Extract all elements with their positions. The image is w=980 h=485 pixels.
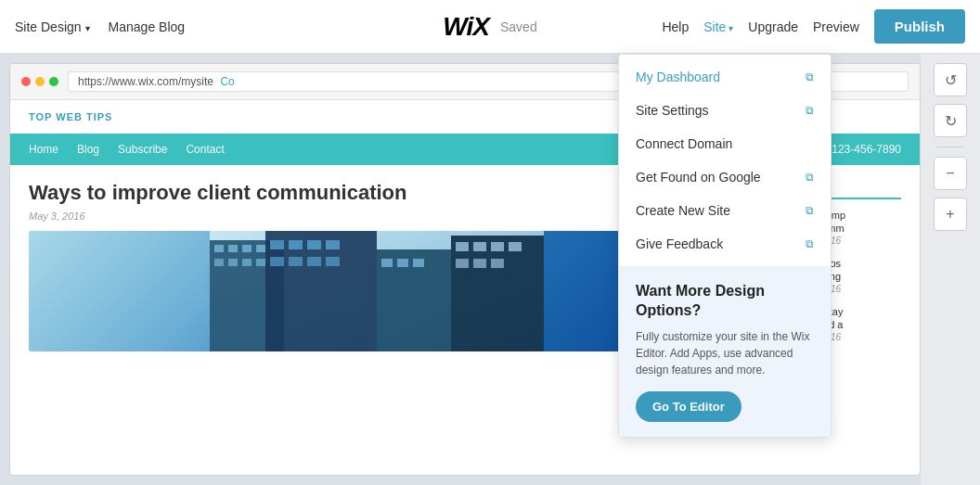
publish-button[interactable]: Publish — [874, 9, 965, 44]
right-panel: ↺ ↻ − + — [921, 54, 980, 485]
nav-center: WiX Saved — [443, 12, 536, 42]
svg-rect-30 — [491, 259, 504, 268]
nav-home[interactable]: Home — [29, 143, 58, 156]
nav-right: Help Site Upgrade Preview Publish — [662, 9, 965, 44]
dot-green — [49, 77, 58, 86]
svg-rect-3 — [228, 245, 238, 252]
menu-item-give-feedback[interactable]: Give Feedback ⧉ — [619, 227, 831, 261]
svg-rect-20 — [381, 259, 393, 267]
svg-rect-26 — [491, 242, 504, 251]
undo-button[interactable]: ↺ — [934, 63, 967, 96]
panel-divider — [936, 147, 964, 147]
promo-description: Fully customize your site in the Wix Edi… — [636, 328, 814, 378]
manage-blog-link[interactable]: Manage Blog — [109, 19, 186, 34]
site-design-chevron-icon — [85, 19, 90, 34]
menu-item-connect-domain[interactable]: Connect Domain — [619, 127, 831, 160]
preview-button[interactable]: Preview — [813, 19, 859, 34]
svg-rect-18 — [326, 257, 340, 266]
svg-rect-29 — [473, 259, 486, 268]
nav-subscribe[interactable]: Subscribe — [118, 143, 167, 156]
site-design-menu[interactable]: Site Design — [15, 19, 90, 34]
svg-rect-15 — [270, 257, 284, 266]
site-design-label: Site Design — [15, 19, 82, 34]
menu-item-dashboard[interactable]: My Dashboard ⧉ — [619, 60, 831, 94]
svg-rect-23 — [451, 236, 544, 351]
svg-rect-16 — [289, 257, 303, 266]
dot-red — [21, 77, 31, 86]
main-area: https://www.wix.com/mysite Co TOP WEB TI… — [0, 54, 980, 485]
svg-rect-28 — [456, 259, 469, 268]
svg-rect-6 — [214, 259, 224, 266]
zoom-out-button[interactable]: − — [934, 157, 967, 190]
site-nav-links: Home Blog Subscribe Contact — [29, 143, 225, 156]
svg-rect-21 — [397, 259, 408, 267]
wix-logo: WiX — [443, 12, 489, 42]
svg-rect-25 — [473, 242, 486, 251]
external-link-icon: ⧉ — [806, 70, 814, 83]
nav-contact[interactable]: Contact — [186, 143, 224, 156]
svg-rect-4 — [242, 245, 251, 252]
top-nav: Site Design Manage Blog WiX Saved Help S… — [0, 0, 980, 54]
nav-blog[interactable]: Blog — [77, 143, 99, 156]
svg-rect-8 — [242, 259, 251, 266]
menu-item-create-new-site[interactable]: Create New Site ⧉ — [619, 194, 831, 227]
site-phone: 123-456-7890 — [832, 143, 901, 156]
menu-promo-section: Want More Design Options? Fully customiz… — [619, 267, 831, 437]
upgrade-button[interactable]: Upgrade — [748, 19, 798, 34]
zoom-in-button[interactable]: + — [934, 198, 967, 231]
menu-top-section: My Dashboard ⧉ Site Settings ⧉ Connect D… — [619, 55, 831, 267]
external-link-icon: ⧉ — [806, 204, 814, 217]
promo-title: Want More Design Options? — [636, 282, 814, 321]
svg-rect-17 — [307, 257, 321, 266]
svg-rect-12 — [289, 240, 303, 249]
go-to-editor-button[interactable]: Go To Editor — [636, 391, 741, 422]
menu-item-site-settings[interactable]: Site Settings ⧉ — [619, 94, 831, 127]
svg-rect-24 — [456, 242, 469, 251]
dot-yellow — [35, 77, 45, 86]
svg-rect-22 — [413, 259, 424, 267]
site-dropdown-menu: My Dashboard ⧉ Site Settings ⧉ Connect D… — [618, 54, 832, 438]
external-link-icon: ⧉ — [806, 104, 814, 117]
svg-rect-2 — [214, 245, 224, 252]
svg-rect-9 — [256, 259, 265, 266]
svg-rect-11 — [270, 240, 284, 249]
svg-rect-27 — [509, 242, 522, 251]
redo-button[interactable]: ↻ — [934, 104, 967, 137]
svg-rect-14 — [326, 240, 340, 249]
site-menu-button[interactable]: Site — [703, 19, 733, 34]
svg-rect-13 — [307, 240, 321, 249]
svg-rect-7 — [228, 259, 238, 266]
nav-left: Site Design Manage Blog — [15, 19, 185, 34]
external-link-icon: ⧉ — [806, 237, 814, 250]
help-button[interactable]: Help — [662, 19, 689, 34]
browser-dots — [21, 77, 58, 86]
external-link-icon: ⧉ — [806, 171, 814, 184]
svg-rect-5 — [256, 245, 265, 252]
site-chevron-icon — [729, 19, 733, 34]
menu-item-get-found[interactable]: Get Found on Google ⧉ — [619, 160, 831, 194]
saved-status: Saved — [500, 19, 537, 34]
